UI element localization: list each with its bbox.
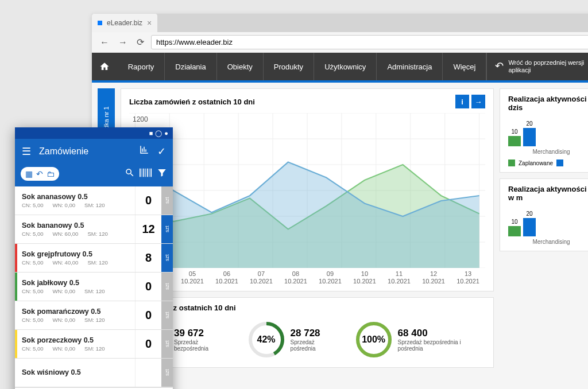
folder-icon: 🗀 — [47, 169, 55, 178]
unit-tab[interactable]: szt — [161, 301, 173, 329]
svg-rect-30 — [150, 169, 152, 177]
product-row[interactable]: Sok bananowy 0.5 CN: 5,00WN: 60,00SM: 12… — [15, 215, 173, 244]
product-qty[interactable]: 12 — [135, 215, 161, 243]
nav-uzytkownicy[interactable]: Użytkownicy — [314, 53, 377, 80]
kpi-value: 39 672 — [174, 328, 231, 339]
unit-tab[interactable]: szt — [161, 186, 173, 215]
activity-month-title: Realizacja aktywności w m — [508, 185, 588, 202]
product-main: Sok ananasowy 0.5 CN: 5,00WN: 0,00SM: 12… — [17, 186, 135, 215]
product-row[interactable]: Sok porzeczkowy 0.5 CN: 5,00WN: 0,00SM: … — [15, 330, 173, 359]
product-qty[interactable]: 8 — [135, 244, 161, 272]
nav-raporty[interactable]: Raporty — [118, 53, 165, 80]
chart-icon[interactable] — [139, 145, 149, 158]
kpi-row: 58% 39 672 Sprzedaż bezpośrednia 42% 28 … — [129, 318, 485, 361]
product-sub: CN: 5,00WN: 0,00SM: 120 — [22, 202, 130, 208]
home-button[interactable] — [92, 53, 118, 80]
svg-rect-29 — [149, 169, 150, 177]
product-main: Sok bananowy 0.5 CN: 5,00WN: 60,00SM: 12… — [17, 215, 135, 243]
nav-dzialania[interactable]: Działania — [165, 53, 216, 80]
status-circle-icon: ◯ — [155, 130, 162, 137]
reload-icon[interactable]: ⟳ — [134, 36, 146, 49]
bars-axis-label: Merchandising — [508, 149, 588, 155]
back-icon[interactable]: ← — [98, 36, 111, 49]
menu-icon[interactable]: ☰ — [22, 145, 31, 158]
product-list[interactable]: Sok ananasowy 0.5 CN: 5,00WN: 0,00SM: 12… — [15, 186, 173, 387]
filter-icon[interactable] — [157, 168, 167, 180]
nav-produkty[interactable]: Produkty — [264, 53, 314, 80]
kpi-label: Sprzedaż pośrednia — [291, 339, 338, 352]
filter-pill[interactable]: ▦ ↶ 🗀 — [21, 167, 59, 181]
y-axis-label: 1200 — [133, 115, 148, 123]
kpi-label: Sprzedaż bezpośrednia — [174, 339, 231, 352]
kpi-ring: 42% — [248, 321, 285, 358]
product-row[interactable]: Sok grejpfrutowy 0.5 CN: 5,00WN: 40,00SM… — [15, 244, 173, 273]
nav-wiecej[interactable]: Więcej — [443, 53, 486, 80]
product-sub: CN: 5,00WN: 60,00SM: 120 — [22, 231, 130, 237]
x-tick: 0910.2021 — [319, 270, 342, 285]
product-name: Sok bananowy 0.5 — [22, 221, 130, 229]
legend-swatch-blue — [556, 160, 563, 166]
product-row[interactable]: Sok jabłkowy 0.5 CN: 5,00WN: 0,00SM: 120… — [15, 273, 173, 301]
home-icon — [99, 61, 110, 72]
favicon — [98, 21, 102, 25]
grid-icon: ▦ — [25, 169, 33, 178]
forward-icon[interactable]: → — [116, 36, 130, 49]
nav-administracja[interactable]: Administracja — [377, 53, 443, 80]
barcode-icon[interactable] — [140, 168, 152, 180]
unit-tab[interactable]: szt — [161, 330, 173, 358]
unit-tab[interactable]: szt — [161, 359, 173, 387]
product-qty[interactable]: 0 — [135, 330, 161, 358]
svg-rect-27 — [145, 169, 146, 177]
tab-close-icon[interactable]: × — [147, 18, 152, 28]
product-qty[interactable] — [135, 359, 161, 387]
kpi-value: 28 728 — [291, 328, 338, 339]
x-tick: 1210.2021 — [422, 270, 445, 285]
expand-button[interactable]: → — [471, 95, 485, 108]
product-sub: CN: 5,00WN: 0,00SM: 120 — [22, 345, 130, 352]
unit-tab[interactable]: szt — [161, 244, 173, 272]
kpi-card: y zamówień z ostatnich 10 dni 58% 39 672… — [121, 297, 494, 368]
kpi-item: 100% 68 400 Sprzedaż bezpośrednia i pośr… — [355, 321, 483, 358]
x-tick: 1010.2021 — [353, 270, 376, 285]
kpi-section-title: y zamówień z ostatnich 10 dni — [129, 304, 485, 312]
product-name: Sok ananasowy 0.5 — [22, 193, 130, 201]
unit-tab[interactable]: szt — [161, 273, 173, 301]
x-tick: 0610.2021 — [215, 270, 238, 285]
chart-card: Liczba zamówień z ostatnich 10 dni i → 1… — [121, 88, 494, 291]
main-panel: Liczba zamówień z ostatnich 10 dni i → 1… — [121, 88, 494, 389]
nav-obiekty[interactable]: Obiekty — [217, 53, 264, 80]
chart-title: Liczba zamówień z ostatnich 10 dni — [129, 98, 255, 106]
product-qty[interactable]: 0 — [135, 301, 161, 329]
x-tick: 0710.2021 — [250, 270, 273, 285]
mobile-toolbar: ▦ ↶ 🗀 — [15, 164, 173, 186]
product-sub: CN: 5,00WN: 0,00SM: 120 — [22, 288, 130, 294]
product-name: Sok jabłkowy 0.5 — [22, 279, 130, 287]
info-button[interactable]: i — [455, 95, 469, 108]
browser-tab[interactable]: eLeader.biz × — [92, 14, 157, 32]
product-main: Sok pomarańczowy 0.5 CN: 5,00WN: 0,00SM:… — [17, 301, 135, 329]
tab-title: eLeader.biz — [107, 19, 142, 27]
product-name: Sok grejpfrutowy 0.5 — [22, 250, 130, 258]
bar-planned-2 — [508, 226, 521, 236]
x-tick: 0510.2021 — [181, 270, 204, 285]
mini-bar-chart: 10 20 — [508, 118, 588, 146]
product-qty[interactable]: 0 — [135, 186, 161, 215]
activity-month-card: Realizacja aktywności w m 10 20 Merchand… — [500, 178, 588, 251]
svg-rect-28 — [147, 169, 148, 177]
product-main: Sok wiśniowy 0.5 — [17, 359, 135, 387]
mobile-header: ☰ Zamówienie ✓ — [15, 139, 173, 164]
product-row[interactable]: Sok wiśniowy 0.5 szt — [15, 359, 173, 387]
address-bar: ← → ⟳ — [92, 32, 588, 53]
nav-back-version[interactable]: ↶ Wróć do poprzedniej wersji aplikacji — [486, 53, 588, 80]
product-qty[interactable]: 0 — [135, 273, 161, 301]
bars-axis-label-2: Merchandising — [508, 239, 588, 245]
unit-tab[interactable]: szt — [161, 215, 173, 243]
mini-bar-chart-2: 10 20 — [508, 208, 588, 236]
url-input[interactable] — [151, 35, 588, 49]
browser-tab-bar: eLeader.biz × — [92, 14, 588, 32]
legend-swatch-green — [508, 160, 515, 166]
product-row[interactable]: Sok ananasowy 0.5 CN: 5,00WN: 0,00SM: 12… — [15, 186, 173, 215]
product-row[interactable]: Sok pomarańczowy 0.5 CN: 5,00WN: 0,00SM:… — [15, 301, 173, 330]
check-icon[interactable]: ✓ — [157, 145, 166, 158]
search-icon[interactable] — [125, 168, 135, 180]
